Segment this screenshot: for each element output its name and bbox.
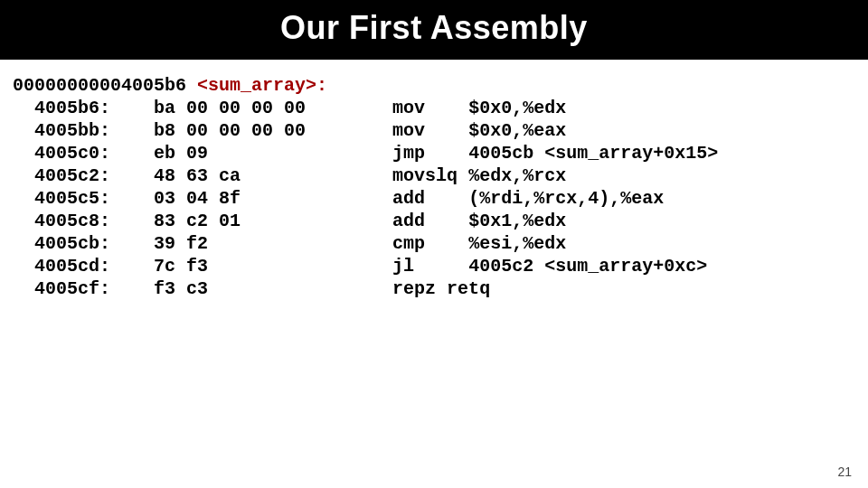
row-mnemonic: mov — [392, 120, 425, 141]
row-mnemonic: repz retq — [392, 278, 490, 299]
row-operands: $0x0,%edx — [468, 98, 566, 118]
row-operands: $0x0,%eax — [468, 120, 566, 141]
row-operands: 4005cb <sum_array+0x15> — [468, 143, 718, 164]
page-title: Our First Assembly — [0, 9, 868, 47]
row-bytes: 03 04 8f — [154, 188, 241, 209]
row-mnemonic: add — [392, 188, 425, 209]
row-operands: %edx,%rcx — [468, 165, 566, 186]
row-addr: 4005bb: — [34, 120, 110, 141]
page-number: 21 — [837, 465, 852, 479]
row-operands: 4005c2 <sum_array+0xc> — [468, 256, 707, 277]
title-bar: Our First Assembly — [0, 0, 868, 60]
assembly-listing: 00000000004005b6 <sum_array>: 4005b6: ba… — [0, 60, 868, 300]
row-addr: 4005c8: — [34, 211, 110, 231]
row-mnemonic: jmp — [392, 143, 425, 164]
row-operands: $0x1,%edx — [468, 211, 566, 231]
row-operands: (%rdi,%rcx,4),%eax — [468, 188, 664, 209]
row-mnemonic: movslq — [392, 165, 458, 186]
row-addr: 4005c2: — [34, 165, 110, 186]
row-mnemonic: mov — [392, 98, 425, 118]
row-bytes: 83 c2 01 — [154, 211, 241, 231]
row-mnemonic: jl — [392, 256, 414, 277]
header-addr: 00000000004005b6 — [13, 75, 186, 96]
row-bytes: 39 f2 — [154, 233, 208, 254]
row-addr: 4005cd: — [34, 256, 110, 277]
row-addr: 4005cf: — [34, 278, 110, 299]
row-addr: 4005cb: — [34, 233, 110, 254]
row-bytes: 7c f3 — [154, 256, 208, 277]
row-bytes: b8 00 00 00 00 — [154, 120, 306, 141]
row-bytes: 48 63 ca — [154, 165, 241, 186]
row-addr: 4005c0: — [34, 143, 110, 164]
row-bytes: ba 00 00 00 00 — [154, 98, 306, 118]
header-symbol: <sum_array>: — [197, 75, 327, 96]
row-mnemonic: cmp — [392, 233, 425, 254]
row-bytes: f3 c3 — [154, 278, 208, 299]
row-operands: %esi,%edx — [468, 233, 566, 254]
row-mnemonic: add — [392, 211, 425, 231]
row-addr: 4005c5: — [34, 188, 110, 209]
row-addr: 4005b6: — [34, 98, 110, 118]
row-bytes: eb 09 — [154, 143, 208, 164]
